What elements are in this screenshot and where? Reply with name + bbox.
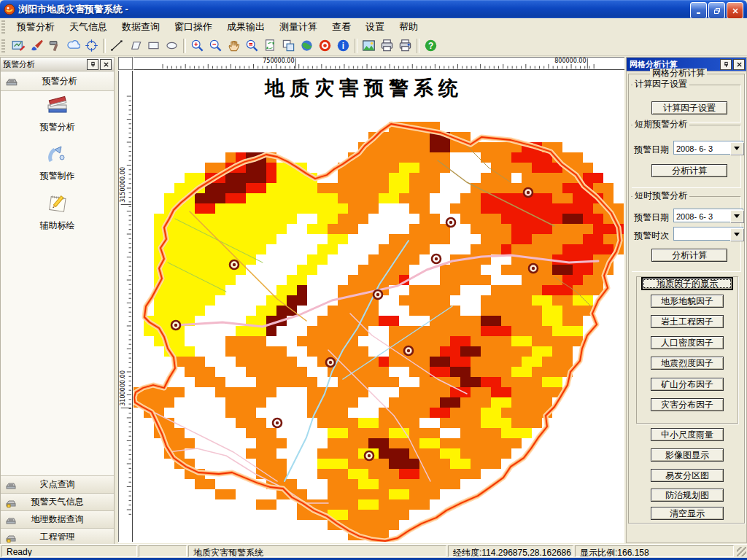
vertical-ruler: 3150000.003100000.00	[118, 71, 133, 542]
minimize-button[interactable]	[690, 2, 707, 19]
map-marker[interactable]	[273, 419, 282, 427]
zoom-out-icon[interactable]	[206, 36, 225, 55]
application-window: 浏阳市地质灾害预警系统 - 预警分析 天气信息 数据查询 窗口操作 成果输出 测…	[0, 0, 747, 560]
map-marker[interactable]	[404, 346, 413, 355]
window-title: 浏阳市地质灾害预警系统 -	[18, 3, 128, 16]
chevron-down-icon[interactable]	[730, 210, 743, 222]
globe-icon[interactable]	[298, 36, 316, 55]
left-panel-title-bar[interactable]: 预警分析	[1, 58, 114, 71]
short-term-analyze-button[interactable]: 分析计算	[651, 164, 727, 177]
map-canvas[interactable]	[133, 71, 624, 542]
menu-measure[interactable]: 测量计算	[272, 18, 325, 36]
geotech-factor-button[interactable]: 岩土工程因子	[651, 315, 724, 328]
map-marker[interactable]	[230, 260, 239, 269]
book-icon	[45, 93, 70, 117]
print-setup-icon[interactable]	[396, 36, 414, 55]
menu-window-ops[interactable]: 窗口操作	[167, 18, 220, 36]
map-marker[interactable]	[432, 254, 441, 263]
print-icon[interactable]	[378, 36, 396, 55]
map-marker[interactable]	[374, 290, 382, 299]
nowcast-label: 短时预警分析	[632, 191, 689, 201]
terrain-factor-button[interactable]: 地形地貌因子	[651, 295, 724, 308]
imagery-button[interactable]: 影像图显示	[651, 448, 724, 462]
map-image-icon[interactable]	[360, 36, 378, 55]
pin-icon[interactable]	[720, 59, 732, 70]
device-icon	[5, 514, 17, 526]
left-panel-title: 预警分析	[3, 59, 85, 70]
nav-item-aux-plotting[interactable]: 辅助标绘	[1, 191, 114, 232]
menu-view[interactable]: 查看	[325, 18, 358, 36]
status-scale: 显示比例:166.158	[575, 545, 734, 557]
map-document[interactable]: 地质灾害预警系统	[133, 71, 624, 542]
title-bar[interactable]: 浏阳市地质灾害预警系统 -	[0, 0, 747, 18]
prevention-plan-button[interactable]: 防治规划图	[651, 489, 724, 502]
map-marker[interactable]	[529, 264, 538, 273]
left-panel-section-header[interactable]: 预警分析	[1, 71, 114, 91]
susceptibility-map-button[interactable]: 易发分区图	[651, 469, 724, 482]
accordion-disaster-query[interactable]: 灾点查询	[1, 475, 114, 493]
map-marker[interactable]	[171, 321, 180, 330]
nowcast-analyze-button[interactable]: 分析计算	[651, 249, 727, 262]
close-icon[interactable]	[100, 59, 112, 70]
geo-factor-display-button[interactable]: 地质因子的显示	[641, 277, 733, 290]
status-doc-name: 地质灾害预警系统	[188, 545, 446, 557]
toolbar-separator	[103, 39, 106, 53]
cloud-icon[interactable]	[64, 36, 82, 55]
nav-item-warning-analysis[interactable]: 预警分析	[1, 93, 114, 133]
help-icon[interactable]: ?	[422, 36, 440, 55]
svg-text:800000.00: 800000.00	[554, 58, 586, 64]
menu-settings[interactable]: 设置	[358, 18, 392, 36]
zoom-in-icon[interactable]	[188, 36, 206, 55]
map-marker[interactable]	[365, 451, 374, 460]
accordion-geo-data-query[interactable]: 地理数据查询	[1, 510, 114, 528]
map-marker[interactable]	[326, 358, 335, 367]
mine-factor-button[interactable]: 矿山分布因子	[651, 378, 724, 391]
copy-map-icon[interactable]	[279, 36, 298, 55]
menu-help[interactable]: 帮助	[392, 18, 425, 36]
hammer-icon[interactable]	[46, 36, 64, 55]
section-header-label: 预警分析	[23, 75, 96, 88]
menu-warning-analysis[interactable]: 预警分析	[9, 18, 62, 36]
resize-grip[interactable]	[737, 547, 746, 556]
seismic-factor-button[interactable]: 地震烈度因子	[651, 357, 724, 370]
chevron-down-icon[interactable]	[730, 228, 743, 241]
map-marker[interactable]	[524, 188, 533, 197]
chevron-down-icon[interactable]	[730, 142, 743, 155]
paintbrush-icon[interactable]	[28, 36, 46, 55]
status-empty	[139, 545, 187, 557]
map-edit-icon[interactable]	[9, 36, 28, 55]
rainfall-button[interactable]: 中小尺度雨量	[651, 428, 724, 441]
target-icon[interactable]	[82, 36, 101, 55]
disaster-factor-button[interactable]: 灾害分布因子	[651, 398, 724, 411]
accordion-project-mgmt[interactable]: 工程管理	[1, 528, 114, 545]
menu-output[interactable]: 成果输出	[220, 18, 272, 36]
pan-icon[interactable]	[225, 36, 243, 55]
zoom-window-icon[interactable]	[243, 36, 261, 55]
pin-icon[interactable]	[87, 59, 98, 70]
line-tool-icon[interactable]	[108, 36, 126, 55]
accordion-label: 工程管理	[21, 531, 93, 543]
map-marker[interactable]	[446, 218, 455, 227]
date-label: 预警日期	[634, 144, 669, 156]
rectangle-tool-icon[interactable]	[144, 36, 163, 55]
polygon-tool-icon[interactable]	[126, 36, 144, 55]
ruler-corner	[118, 57, 133, 70]
population-factor-button[interactable]: 人口密度因子	[651, 336, 724, 349]
factor-setup-button[interactable]: 计算因子设置	[651, 101, 727, 114]
info-icon[interactable]: i	[334, 36, 352, 55]
accordion-weather-info[interactable]: 预警天气信息	[1, 493, 114, 510]
close-icon[interactable]	[733, 59, 745, 70]
nav-item-warning-making[interactable]: 预警制作	[1, 141, 114, 182]
clear-display-button[interactable]: 清空显示	[651, 507, 724, 520]
menu-weather-info[interactable]: 天气信息	[62, 18, 115, 36]
menu-data-query[interactable]: 数据查询	[115, 18, 167, 36]
restore-button[interactable]	[708, 2, 725, 19]
close-button[interactable]	[727, 2, 743, 19]
toolbar-grip[interactable]	[1, 39, 5, 52]
right-panel: 网格分析计算 网格分析计算 计算因子设置 计算因子设置 短期预警分析 预警日期 …	[626, 57, 747, 543]
stop-icon[interactable]	[316, 36, 334, 55]
refresh-icon[interactable]	[261, 36, 279, 55]
ellipse-tool-icon[interactable]	[163, 36, 181, 55]
toolbar-items: i?	[9, 36, 440, 55]
menu-grip[interactable]	[1, 20, 5, 34]
